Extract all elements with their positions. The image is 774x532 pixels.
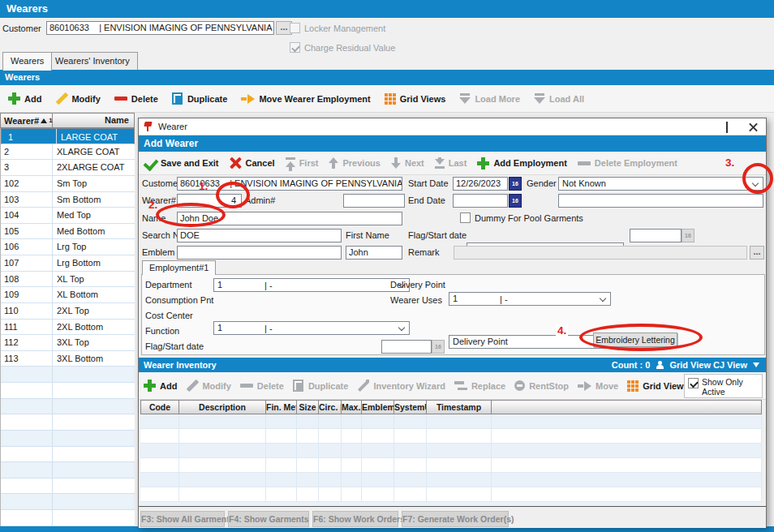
inv-move-button[interactable]: Move xyxy=(578,381,618,391)
wearer-table-row[interactable]: 1102XL Top xyxy=(1,303,135,320)
search-name-input[interactable]: DOE xyxy=(177,229,342,242)
wearer-table-row[interactable]: 103Sm Bottom xyxy=(1,192,135,208)
wearer-table-row[interactable] xyxy=(1,447,135,463)
wearer-table-row[interactable]: 1112XL Bottom xyxy=(1,320,135,336)
cancel-button[interactable]: Cancel xyxy=(230,157,275,169)
grid-views-button[interactable]: Grid Views xyxy=(385,93,446,105)
wearer-table-row[interactable]: 1123XL Top xyxy=(1,335,135,351)
emp-flag-calendar-button[interactable]: 16 xyxy=(432,340,445,354)
f7-generate-work-orders-button[interactable]: F7: Generate Work Order(s) xyxy=(402,511,509,527)
consumption-point-select[interactable]: 1 | - xyxy=(213,321,410,335)
delete-employment-button[interactable]: Delete Employment xyxy=(578,158,677,168)
inventory-column-header[interactable]: Description xyxy=(179,400,266,414)
maximize-button[interactable] xyxy=(714,118,740,135)
emp-flag-date-input[interactable] xyxy=(381,340,432,354)
load-all-button[interactable]: Load All xyxy=(534,93,584,104)
wearer-table-row[interactable] xyxy=(1,510,135,526)
add-wearer-button[interactable]: Add xyxy=(8,92,41,105)
wearer-uses-select[interactable]: Delivery Point xyxy=(449,335,611,349)
replace-button[interactable]: Replace xyxy=(454,380,505,391)
save-and-exit-button[interactable]: Save and Exit xyxy=(144,157,219,169)
remark-input[interactable] xyxy=(454,246,747,260)
rentstop-button[interactable]: RentStop xyxy=(514,380,569,391)
inv-modify-button[interactable]: Modify xyxy=(186,380,230,392)
wearer-number-input[interactable]: 4 xyxy=(177,194,242,208)
inventory-column-header[interactable]: Code xyxy=(140,400,179,414)
wearer-table-row[interactable]: 102Sm Top xyxy=(1,176,135,192)
minimize-button[interactable] xyxy=(688,118,714,135)
flag-date-calendar-button[interactable]: 16 xyxy=(682,229,694,242)
end-date-input[interactable] xyxy=(453,194,508,208)
locker-management-checkbox[interactable] xyxy=(290,23,300,33)
inv-grid-views-button[interactable]: Grid Views xyxy=(627,380,689,392)
grid-view-dropdown-icon[interactable] xyxy=(753,363,759,367)
wearer-table-row[interactable]: 104Med Top xyxy=(1,208,135,224)
show-only-active-checkbox[interactable] xyxy=(688,378,699,388)
wearer-number-column-header[interactable]: Wearer# 1 xyxy=(1,114,53,127)
inv-duplicate-button[interactable]: Duplicate xyxy=(293,380,349,392)
grid-view-name[interactable]: Grid View CJ View xyxy=(669,360,747,370)
f6-show-work-orders-button[interactable]: F6: Show Work Orders xyxy=(312,511,398,527)
wearer-table-row[interactable] xyxy=(1,399,135,415)
previous-button[interactable]: Previous xyxy=(329,157,380,169)
wearer-table-row[interactable]: 1LARGE COAT xyxy=(1,128,135,144)
wearer-table-row[interactable] xyxy=(1,367,135,383)
add-employment-button[interactable]: Add Employment xyxy=(477,157,566,169)
wearer-table-row[interactable] xyxy=(1,462,135,478)
wearer-table-row[interactable]: 109XL Bottom xyxy=(1,287,135,303)
admin-number-input[interactable] xyxy=(343,194,405,208)
dialog-titlebar[interactable]: Wearer xyxy=(139,118,766,135)
f3-show-all-garments-button[interactable]: F3: Show All Garments xyxy=(140,511,225,527)
wearer-table-row[interactable]: 1133XL Bottom xyxy=(1,351,135,367)
wearer-table-row[interactable]: 105Med Bottom xyxy=(1,224,135,240)
inventory-column-header[interactable]: Emblem T... xyxy=(362,400,394,414)
load-more-button[interactable]: Load More xyxy=(459,93,520,104)
start-date-calendar-button[interactable]: 16 xyxy=(509,177,522,191)
delete-wearer-button[interactable]: Delete xyxy=(114,94,158,104)
wearer-table-row[interactable] xyxy=(1,414,135,431)
inventory-column-header[interactable]: Circ. I.. xyxy=(319,400,342,414)
tab-wearers[interactable]: Wearers xyxy=(2,52,52,71)
gender-select[interactable]: Not Known xyxy=(558,177,763,191)
wearer-table-row[interactable] xyxy=(1,431,135,447)
gender-extra-input[interactable] xyxy=(558,194,763,208)
dummy-pool-checkbox[interactable] xyxy=(460,212,471,223)
wearer-table-row[interactable]: 32XLARGE COAT xyxy=(1,160,135,176)
flag-date-input[interactable] xyxy=(630,229,682,242)
f4-show-garments-button[interactable]: F4: Show Garments xyxy=(228,511,309,527)
customer-input[interactable]: 86010633 | ENVISION IMAGING OF PENNSYLVA… xyxy=(46,21,274,35)
delivery-chevron-down-icon[interactable] xyxy=(600,295,606,302)
tab-wearers-inventory[interactable]: Wearers' Inventory xyxy=(47,52,138,70)
tab-employment-1[interactable]: Employment#1 xyxy=(142,260,216,275)
remark-browse-button[interactable]: ... xyxy=(750,246,764,260)
inventory-column-header[interactable]: Fin. Meth. ... xyxy=(266,400,297,414)
next-button[interactable]: Next xyxy=(391,157,424,169)
gender-chevron-down-icon[interactable] xyxy=(752,180,759,187)
wearer-table-row[interactable]: 2XLARGE COAT xyxy=(1,144,135,161)
wearer-table-row[interactable] xyxy=(1,478,135,495)
last-button[interactable]: Last xyxy=(435,157,467,169)
inventory-column-header[interactable]: Timestamp xyxy=(427,400,492,414)
embroidery-lettering-button[interactable]: Embroidery Lettering xyxy=(593,332,677,347)
charge-residual-checkbox[interactable] xyxy=(290,42,300,53)
inventory-wizard-button[interactable]: Inventory Wizard xyxy=(357,380,445,392)
inventory-column-header[interactable]: SystemUs... xyxy=(394,400,427,414)
close-button[interactable] xyxy=(740,118,766,135)
inv-delete-button[interactable]: Delete xyxy=(240,381,284,391)
consumption-chevron-down-icon[interactable] xyxy=(398,324,405,331)
name-input[interactable]: John Doe xyxy=(177,212,402,225)
modify-wearer-button[interactable]: Modify xyxy=(55,92,100,105)
move-wearer-employment-button[interactable]: Move Wearer Employment xyxy=(241,94,370,104)
first-name-input[interactable]: John xyxy=(346,246,402,260)
wearer-table-row[interactable]: 108XL Top xyxy=(1,272,135,288)
emblem-name-input[interactable] xyxy=(177,246,342,260)
duplicate-wearer-button[interactable]: Duplicate xyxy=(172,92,228,105)
dlg-customer-input[interactable]: 86010633 | ENVISION IMAGING OF PENNSYLVA… xyxy=(177,177,402,191)
start-date-input[interactable]: 12/26/2023 xyxy=(453,177,508,191)
wearer-table-row[interactable]: 106Lrg Top xyxy=(1,239,135,255)
delivery-point-select[interactable]: 1 | - xyxy=(449,292,611,306)
inv-add-button[interactable]: Add xyxy=(144,380,177,392)
name-column-header[interactable]: Name xyxy=(53,114,134,127)
department-select[interactable]: 1 | - xyxy=(213,278,410,292)
end-date-calendar-button[interactable]: 16 xyxy=(509,194,522,208)
